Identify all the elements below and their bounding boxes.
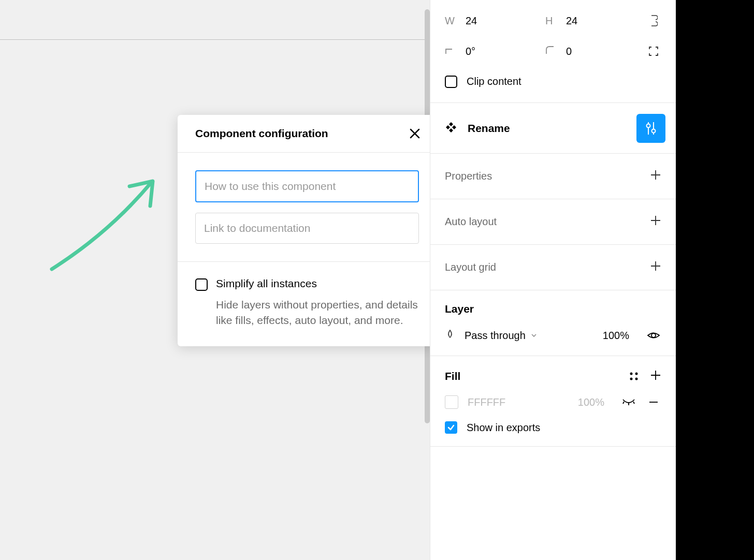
divider: [0, 39, 430, 40]
svg-point-3: [652, 129, 656, 132]
svg-point-0: [647, 124, 650, 127]
clip-content-label: Clip content: [467, 76, 521, 87]
layer-opacity-value[interactable]: 100%: [603, 330, 629, 342]
constrain-proportions-icon[interactable]: [646, 13, 661, 28]
show-in-exports-label: Show in exports: [467, 422, 540, 434]
component-configuration-modal: Component configuration Simplify all ins…: [178, 115, 437, 346]
fill-hex-value[interactable]: FFFFFF: [468, 396, 569, 408]
modal-title: Component configuration: [195, 127, 328, 140]
close-icon[interactable]: [408, 126, 422, 141]
blend-mode-value: Pass through: [465, 330, 526, 342]
rotation-value[interactable]: 0°: [466, 46, 475, 57]
component-icon: [445, 121, 457, 136]
simplify-instances-label: Simplify all instances: [216, 277, 317, 290]
simplify-instances-checkbox[interactable]: [195, 278, 208, 291]
svg-point-10: [635, 378, 638, 380]
letterbox: [676, 0, 754, 560]
layout-grid-section-label: Layout grid: [445, 261, 650, 273]
documentation-link-input[interactable]: [195, 213, 419, 244]
height-value[interactable]: 24: [566, 15, 577, 27]
properties-section-label: Properties: [445, 170, 650, 182]
remove-fill-button[interactable]: [646, 394, 661, 410]
independent-corners-icon[interactable]: [646, 43, 661, 59]
fill-opacity-value[interactable]: 100%: [578, 396, 604, 408]
blend-mode-select[interactable]: Pass through: [465, 330, 593, 342]
component-settings-button[interactable]: [636, 114, 665, 143]
hidden-icon[interactable]: [621, 394, 636, 410]
svg-point-7: [630, 373, 633, 375]
arrow-annotation: [47, 171, 176, 274]
svg-line-13: [633, 402, 634, 404]
rename-label[interactable]: Rename: [468, 122, 626, 135]
visibility-icon[interactable]: [646, 328, 661, 343]
simplify-instances-description: Hide layers without properties, and deta…: [195, 297, 419, 329]
add-auto-layout-button[interactable]: [650, 215, 661, 229]
layer-section-title: Layer: [445, 303, 661, 315]
blend-mode-icon: [445, 329, 455, 342]
corner-radius-value[interactable]: 0: [566, 46, 572, 57]
fill-section-title: Fill: [445, 370, 626, 382]
chevron-down-icon: [531, 332, 537, 338]
fill-styles-icon[interactable]: [626, 369, 642, 384]
properties-panel: W 24 H 24 0° 0: [430, 0, 676, 560]
svg-point-8: [635, 373, 638, 375]
component-description-input[interactable]: [195, 170, 419, 202]
width-value[interactable]: 24: [466, 15, 477, 27]
clip-content-checkbox[interactable]: [445, 76, 457, 88]
width-label: W: [445, 15, 456, 27]
fill-color-swatch[interactable]: [445, 395, 458, 409]
svg-point-9: [630, 378, 633, 380]
corner-radius-icon: [545, 46, 557, 57]
rotation-icon: [445, 46, 456, 57]
auto-layout-section-label: Auto layout: [445, 216, 650, 228]
svg-point-6: [651, 333, 656, 337]
add-property-button[interactable]: [650, 169, 661, 183]
svg-line-11: [623, 402, 624, 404]
add-layout-grid-button[interactable]: [650, 260, 661, 274]
show-in-exports-checkbox[interactable]: [445, 421, 457, 434]
height-label: H: [545, 15, 557, 27]
add-fill-button[interactable]: [650, 370, 661, 383]
